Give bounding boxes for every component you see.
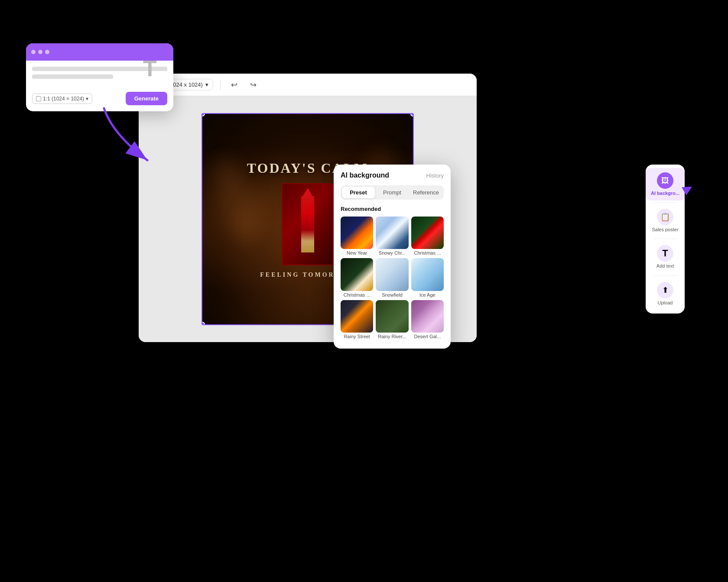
- thumb-label-ice-age: Ice Age: [411, 292, 444, 297]
- right-sidebar: 🖼 AI backgro... 📋 Sales poster T Add tex…: [646, 165, 685, 314]
- topbar-divider: [220, 80, 221, 90]
- scene: 1:1 (1024 × 1024) ▾ Generate T 1:1 (1024…: [0, 0, 728, 582]
- tab-reference[interactable]: Reference: [410, 187, 442, 198]
- tab-preset[interactable]: Preset: [342, 187, 375, 198]
- ai-section-recommended: Recommended: [341, 206, 444, 212]
- ai-thumbnail-grid: New Year Snowy Chr... Christmas ... Chri…: [341, 217, 444, 339]
- thumb-rainy-river[interactable]: [376, 300, 408, 333]
- editor-topbar: 1:1 (1024 x 1024) ▾ ↩ ↪: [139, 74, 477, 96]
- thumb-item-ice-age[interactable]: Ice Age: [411, 258, 444, 297]
- sidebar-item-ai-background[interactable]: 🖼 AI backgro...: [646, 168, 685, 200]
- redo-button[interactable]: ↪: [247, 78, 260, 92]
- thumb-label-rainy-river: Rainy River...: [376, 334, 408, 339]
- thumb-item-desert-gal[interactable]: Desert Gal...: [411, 300, 444, 339]
- thumb-item-snowfield[interactable]: Snowfield: [376, 258, 408, 297]
- add-text-label: Add text: [656, 263, 674, 269]
- sales-poster-label: Sales poster: [652, 227, 678, 233]
- thumb-label-desert-gal: Desert Gal...: [411, 334, 444, 339]
- sidebar-divider-3: [653, 275, 677, 276]
- text-icon: T: [143, 55, 157, 81]
- sales-poster-icon: 📋: [657, 209, 673, 225]
- mini-ratio-chevron: ▾: [86, 96, 88, 102]
- sidebar-divider-1: [653, 202, 677, 203]
- sidebar-item-sales-poster[interactable]: 📋 Sales poster: [646, 204, 685, 237]
- sidebar-item-upload[interactable]: ⬆ Upload: [646, 278, 685, 310]
- thumb-label-christmas-1: Christmas ...: [411, 250, 444, 255]
- ai-background-label: AI backgro...: [651, 191, 679, 196]
- thumb-item-christmas-2[interactable]: Christmas ...: [341, 258, 373, 297]
- thumb-rainy-street[interactable]: [341, 300, 373, 333]
- upload-label: Upload: [658, 300, 673, 306]
- thumb-label-snowfield: Snowfield: [376, 292, 408, 297]
- mini-ratio-selector[interactable]: 1:1 (1024 × 1024) ▾: [32, 94, 92, 104]
- mini-ratio-checkbox: [36, 96, 41, 101]
- sidebar-divider-2: [653, 239, 677, 239]
- ratio-chevron: ▾: [205, 81, 208, 88]
- thumb-label-christmas-2: Christmas ...: [341, 292, 373, 297]
- lipstick-product: [282, 183, 334, 265]
- upload-icon: ⬆: [657, 282, 673, 298]
- ai-tab-bar: Preset Prompt Reference: [341, 185, 444, 200]
- thumb-item-snowy-chr[interactable]: Snowy Chr...: [376, 217, 408, 255]
- thumb-new-year[interactable]: [341, 217, 373, 249]
- thumb-christmas-1[interactable]: [411, 217, 444, 249]
- thumb-item-christmas-1[interactable]: Christmas ...: [411, 217, 444, 255]
- thumb-label-snowy-chr: Snowy Chr...: [376, 250, 408, 255]
- thumb-christmas-2[interactable]: [341, 258, 373, 291]
- ai-panel-title: AI background: [341, 171, 389, 179]
- ai-background-panel: AI background History Preset Prompt Refe…: [334, 165, 451, 349]
- dot2: [38, 50, 42, 54]
- dot1: [31, 50, 36, 54]
- mini-text-placeholder-2: [32, 74, 113, 79]
- thumb-item-rainy-river[interactable]: Rainy River...: [376, 300, 408, 339]
- thumb-label-new-year: New Year: [341, 250, 373, 255]
- thumb-desert-gal[interactable]: [411, 300, 444, 333]
- tab-prompt[interactable]: Prompt: [376, 187, 409, 198]
- dot3: [45, 50, 49, 54]
- undo-button[interactable]: ↩: [228, 78, 241, 92]
- add-text-icon: T: [657, 245, 673, 262]
- thumb-item-new-year[interactable]: New Year: [341, 217, 373, 255]
- ai-panel-history-button[interactable]: History: [426, 172, 444, 179]
- thumb-label-rainy-street: Rainy Street: [341, 334, 373, 339]
- mini-ratio-label: 1:1 (1024 × 1024): [43, 96, 84, 102]
- sidebar-item-add-text[interactable]: T Add text: [646, 241, 685, 273]
- thumb-snowfield[interactable]: [376, 258, 408, 291]
- lipstick-shape: [301, 196, 314, 252]
- thumb-item-rainy-street[interactable]: Rainy Street: [341, 300, 373, 339]
- ai-background-icon: 🖼: [657, 172, 673, 189]
- thumb-snowy-chr[interactable]: [376, 217, 408, 249]
- ai-panel-header: AI background History: [341, 171, 444, 179]
- arrow-graphic: [95, 100, 165, 169]
- thumb-ice-age[interactable]: [411, 258, 444, 291]
